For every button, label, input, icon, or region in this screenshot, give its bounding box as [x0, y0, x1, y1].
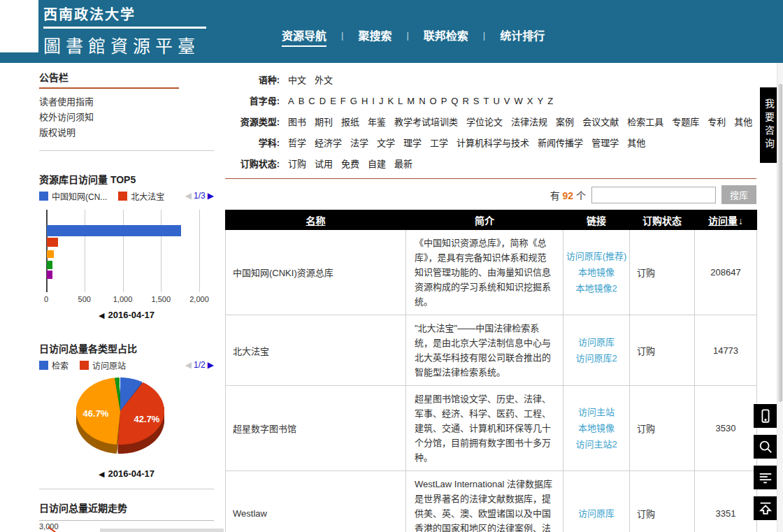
- filter-option[interactable]: 计算机科学与技术: [457, 136, 529, 150]
- prev-date-icon[interactable]: ◀: [99, 311, 104, 319]
- pager-prev-icon[interactable]: ◀: [185, 191, 192, 201]
- filter-option[interactable]: X: [527, 94, 534, 108]
- db-access-link[interactable]: 访问原库2: [564, 350, 628, 366]
- notice-link[interactable]: 校外访问须知: [39, 110, 214, 125]
- nav-item-3[interactable]: 统计排行: [500, 30, 545, 45]
- filter-option[interactable]: 理学: [403, 136, 422, 150]
- filter-option[interactable]: T: [484, 94, 490, 108]
- filter-label: 订购状态:: [225, 157, 280, 171]
- filter-option[interactable]: 教学考试培训类: [394, 115, 458, 129]
- db-access-link[interactable]: 访问原库: [564, 334, 628, 350]
- filter-option[interactable]: G: [350, 94, 358, 108]
- bar: [47, 271, 52, 279]
- pager-next-icon[interactable]: ▶: [208, 191, 214, 201]
- db-description: "北大法宝"——中国法律检索系统，是由北京大学法制信息中心与北大英华科技有限公司…: [406, 315, 563, 386]
- filter-option[interactable]: Q: [451, 94, 459, 108]
- filter-option[interactable]: 报纸: [341, 115, 359, 129]
- filter-option[interactable]: 专题库: [672, 115, 699, 129]
- filter-option[interactable]: 图书: [288, 115, 306, 129]
- col-header-4[interactable]: 访问量↓: [695, 210, 757, 230]
- feedback-button[interactable]: [754, 466, 777, 489]
- filter-option[interactable]: N: [419, 94, 426, 108]
- filter-option[interactable]: E: [330, 94, 337, 108]
- university-name: 西南政法大学: [43, 3, 206, 24]
- back-to-top-button[interactable]: [754, 496, 777, 520]
- notice-link[interactable]: 读者使用指南: [39, 94, 214, 110]
- filter-option[interactable]: C: [308, 94, 315, 108]
- filter-option[interactable]: L: [398, 94, 403, 108]
- filter-option[interactable]: 经济学: [315, 136, 342, 150]
- db-access-link[interactable]: 本地镜像: [564, 264, 628, 280]
- filter-option[interactable]: R: [462, 94, 469, 108]
- filter-option[interactable]: 其他: [627, 136, 645, 150]
- filter-option[interactable]: 会议文献: [582, 115, 619, 129]
- search-button[interactable]: 搜库: [721, 185, 756, 204]
- scrollbar-track: [777, 63, 783, 532]
- col-header-0[interactable]: 名称: [226, 210, 406, 230]
- filter-option[interactable]: V: [504, 94, 511, 108]
- filter-option[interactable]: 年鉴: [368, 115, 386, 129]
- filter-option[interactable]: 期刊: [315, 115, 333, 129]
- table-row: 北大法宝"北大法宝"——中国法律检索系统，是由北京大学法制信息中心与北大英华科技…: [226, 315, 757, 386]
- filter-option[interactable]: 检索工具: [627, 115, 663, 129]
- filter-option[interactable]: Z: [547, 94, 554, 108]
- prev-date-icon[interactable]: ◀: [99, 470, 104, 478]
- filter-option[interactable]: U: [493, 94, 500, 108]
- db-description: 《中国知识资源总库》，简称《总库》，是具有完备知识体系和规范知识管理功能的、由海…: [406, 230, 563, 315]
- sidebar: 公告栏 读者使用指南校外访问须知版权说明 资源库日访问量 TOP5 中国知网(C…: [39, 70, 214, 532]
- filter-option[interactable]: K: [387, 94, 394, 108]
- filter-option[interactable]: A: [288, 94, 295, 108]
- db-access-link[interactable]: 本地镜像2: [564, 280, 628, 296]
- filter-option[interactable]: I: [372, 94, 375, 108]
- filter-option[interactable]: B: [299, 94, 306, 108]
- filter-option[interactable]: O: [430, 94, 438, 108]
- filter-option[interactable]: 法学: [350, 136, 368, 150]
- scrollbar-thumb[interactable]: [778, 84, 782, 402]
- filter-option[interactable]: 中文: [288, 73, 306, 87]
- filter-option[interactable]: 其他: [734, 115, 752, 129]
- pie-date-nav: ◀2016-04-17: [39, 468, 214, 479]
- filter-option[interactable]: 最新: [394, 157, 412, 171]
- db-access-link[interactable]: 访问原库(推荐): [564, 248, 628, 264]
- db-access-link[interactable]: 访问主站2: [564, 436, 628, 452]
- filter-option[interactable]: 法律法规: [511, 115, 547, 129]
- nav-item-2[interactable]: 联邦检索: [424, 30, 468, 45]
- filter-option[interactable]: D: [319, 94, 326, 108]
- filter-option[interactable]: 新闻传播学: [538, 136, 583, 150]
- filter-option[interactable]: W: [515, 94, 524, 108]
- filter-option[interactable]: 学位论文: [466, 115, 503, 129]
- db-access-link[interactable]: 本地镜像: [564, 420, 628, 436]
- filter-option[interactable]: 自建: [368, 157, 386, 171]
- filter-option[interactable]: 免费: [341, 157, 359, 171]
- db-access-link[interactable]: 访问主站: [564, 404, 628, 420]
- filter-option[interactable]: M: [407, 94, 415, 108]
- filter-option[interactable]: H: [361, 94, 368, 108]
- legend-swatch: [80, 361, 89, 370]
- nav-item-0[interactable]: 资源导航: [282, 30, 326, 47]
- filter-option[interactable]: S: [473, 94, 480, 108]
- pager-prev-icon[interactable]: ◀: [185, 360, 192, 370]
- filter-option[interactable]: 管理学: [591, 136, 619, 150]
- filter-option[interactable]: 工学: [430, 136, 448, 150]
- filter-option[interactable]: 哲学: [288, 136, 306, 150]
- db-access-link[interactable]: 访问原库: [564, 505, 628, 522]
- filter-option[interactable]: 专利: [707, 115, 726, 129]
- count-prefix: 有: [550, 190, 560, 201]
- nav-item-1[interactable]: 聚搜索: [358, 30, 392, 45]
- notice-link[interactable]: 版权说明: [39, 125, 214, 141]
- filter-option[interactable]: 订购: [288, 157, 306, 171]
- filter-option[interactable]: P: [441, 94, 448, 108]
- mobile-button[interactable]: [754, 404, 777, 428]
- filter-option[interactable]: Y: [537, 94, 544, 108]
- consult-tab[interactable]: 我要咨询: [760, 87, 778, 163]
- filter-option[interactable]: 文学: [377, 136, 395, 150]
- filter-option[interactable]: 外文: [315, 73, 333, 87]
- search-input[interactable]: [591, 187, 716, 203]
- filter-option[interactable]: 案例: [556, 115, 574, 129]
- trend-title: 日访问总量近期走势: [39, 501, 214, 515]
- filter-option[interactable]: J: [379, 94, 385, 108]
- search-float-button[interactable]: [754, 435, 777, 459]
- pager-next-icon[interactable]: ▶: [208, 360, 214, 370]
- filter-option[interactable]: 试用: [315, 157, 333, 171]
- filter-option[interactable]: F: [340, 94, 347, 108]
